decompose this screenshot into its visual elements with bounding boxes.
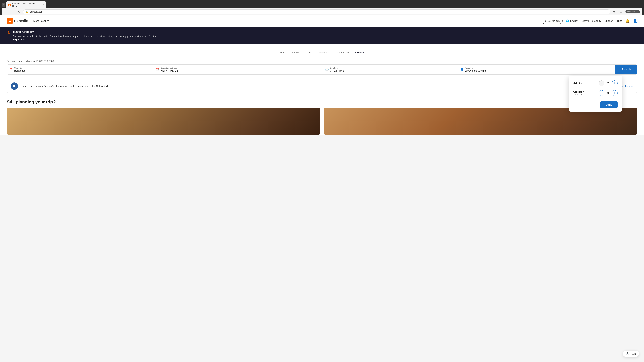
adults-count: 2 xyxy=(606,82,610,85)
more-travel-label: More travel xyxy=(33,19,46,22)
person-icon: 👤 xyxy=(460,68,464,71)
advisory-help-link[interactable]: Help Center xyxy=(13,38,25,41)
advisory-banner: ⚠ Travel Advisory Due to winter weather … xyxy=(0,27,644,44)
adults-decrement-button[interactable]: − xyxy=(599,80,604,86)
refresh-button[interactable]: ↻ xyxy=(17,9,22,14)
children-decrement-button[interactable]: − xyxy=(599,90,604,96)
tab-title: Expedia Travel: Vacation Home... xyxy=(12,2,41,7)
advisory-body: Due to winter weather in the United Stat… xyxy=(13,34,157,38)
search-section: Stays Flights Cars Packages Things to do… xyxy=(0,44,644,80)
location-icon: 📍 xyxy=(9,68,13,71)
children-count: 0 xyxy=(606,91,610,95)
browser-actions: ★ ▤ Incognito (2) xyxy=(612,9,640,14)
advisory-content: Travel Advisory Due to winter weather in… xyxy=(13,30,157,41)
support-link[interactable]: Support xyxy=(604,19,614,22)
new-tab-button[interactable]: + xyxy=(47,2,52,7)
search-button[interactable]: Search xyxy=(616,64,637,74)
children-controls: − 0 + xyxy=(599,90,618,96)
children-label-group: Children Ages 0 to 17 xyxy=(573,90,586,96)
tab-things-to-do[interactable]: Things to do xyxy=(334,49,350,56)
tab-stays[interactable]: Stays xyxy=(279,49,286,56)
more-travel-menu[interactable]: More travel ▼ xyxy=(33,19,49,22)
done-row: Done xyxy=(573,100,618,108)
tab-cruises[interactable]: Cruises xyxy=(354,49,365,56)
going-to-field[interactable]: 📍 Going to Bahamas xyxy=(7,64,154,74)
header-right: ⇓ Get the app 🌐 English List your proper… xyxy=(542,18,637,24)
lock-icon: 🔒 xyxy=(26,10,28,13)
departing-value: Mar 4 – Mar 22 xyxy=(161,69,320,72)
page-content: E Expedia More travel ▼ ⇓ Get the app 🌐 … xyxy=(0,15,644,135)
download-icon: ⇓ xyxy=(544,19,546,22)
advisory-title: Travel Advisory xyxy=(13,30,157,33)
browser-chrome: ▼ E Expedia Travel: Vacation Home... × +… xyxy=(0,0,644,15)
logo-link[interactable]: E Expedia xyxy=(7,18,28,24)
get-app-button[interactable]: ⇓ Get the app xyxy=(542,18,562,24)
destination-cards xyxy=(7,108,637,135)
language-selector[interactable]: 🌐 English xyxy=(566,19,578,22)
logo-icon: E xyxy=(7,18,13,24)
tab-cars[interactable]: Cars xyxy=(305,49,312,56)
onekey-banner: K Lauren, you can earn OneKeyCash on eve… xyxy=(7,80,637,93)
warning-icon: ⚠ xyxy=(7,30,10,35)
destination-card-2[interactable] xyxy=(324,108,637,135)
duration-value: 7 – 14 nights xyxy=(330,69,455,72)
tab-favicon: E xyxy=(8,3,11,6)
globe-icon: 🌐 xyxy=(566,19,569,22)
active-tab[interactable]: E Expedia Travel: Vacation Home... × xyxy=(6,1,46,8)
list-property-label: List your property xyxy=(582,19,601,22)
get-app-label: Get the app xyxy=(548,19,560,22)
children-sublabel: Ages 0 to 17 xyxy=(573,93,586,96)
list-property-link[interactable]: List your property xyxy=(582,19,601,22)
extension-button[interactable]: ▤ xyxy=(619,9,623,14)
chevron-down-icon: ▼ xyxy=(47,19,49,22)
tab-bar: ▼ E Expedia Travel: Vacation Home... × + xyxy=(2,1,642,8)
children-label: Children xyxy=(573,90,586,93)
logo-text: Expedia xyxy=(14,19,28,23)
notifications-button[interactable]: 🔔 xyxy=(626,19,630,23)
tab-close-button[interactable]: × xyxy=(42,3,44,6)
back-button[interactable]: ← xyxy=(4,9,9,14)
adults-label: Adults xyxy=(573,82,582,85)
trips-link[interactable]: Trips xyxy=(617,19,622,22)
traveler-dropdown: Adults − 2 + Children Ages 0 to 17 xyxy=(568,76,622,112)
duration-field[interactable]: 🕐 Duration 7 – 14 nights xyxy=(323,64,458,74)
address-bar-row: ← → ↻ 🔒 expedia.com ★ ▤ Incognito (2) xyxy=(2,8,642,15)
children-row: Children Ages 0 to 17 − 0 + xyxy=(573,90,618,96)
bookmark-button[interactable]: ★ xyxy=(612,9,617,14)
support-label: Support xyxy=(604,19,614,22)
tab-packages[interactable]: Packages xyxy=(317,49,330,56)
planning-title: Still planning your trip? xyxy=(7,99,637,105)
done-button[interactable]: Done xyxy=(600,101,618,108)
travelers-value: 2 travelers, 1 cabin xyxy=(465,69,612,72)
language-label: English xyxy=(570,19,578,22)
tab-group-indicator[interactable]: ▼ xyxy=(2,3,5,6)
address-bar[interactable]: 🔒 expedia.com xyxy=(23,9,610,14)
expert-line: For expert cruise advice, call 1-800-916… xyxy=(7,60,637,62)
planning-section: Still planning your trip? xyxy=(0,96,644,135)
going-to-label: Going to xyxy=(14,67,150,69)
site-header: E Expedia More travel ▼ ⇓ Get the app 🌐 … xyxy=(0,15,644,27)
departing-label: Departing between xyxy=(161,67,320,69)
adults-row: Adults − 2 + xyxy=(573,80,618,86)
onekey-avatar: K xyxy=(10,82,18,90)
search-tabs: Stays Flights Cars Packages Things to do… xyxy=(7,49,637,56)
calendar-icon: 📅 xyxy=(156,68,160,71)
trips-label: Trips xyxy=(617,19,622,22)
clock-icon: 🕐 xyxy=(325,68,329,71)
travelers-label: Travelers xyxy=(465,67,612,69)
search-bar: 📍 Going to Bahamas 📅 Departing between M… xyxy=(7,64,637,75)
incognito-badge: Incognito (2) xyxy=(626,10,640,13)
forward-button[interactable]: → xyxy=(10,9,15,14)
adults-label-group: Adults xyxy=(573,82,582,85)
going-to-value: Bahamas xyxy=(14,69,150,72)
departing-field[interactable]: 📅 Departing between Mar 4 – Mar 22 xyxy=(154,64,323,74)
destination-card-1[interactable] xyxy=(7,108,320,135)
url-text: expedia.com xyxy=(30,10,43,13)
tab-flights[interactable]: Flights xyxy=(292,49,300,56)
adults-increment-button[interactable]: + xyxy=(612,80,618,86)
travelers-field[interactable]: 👤 Travelers 2 travelers, 1 cabin Adults … xyxy=(458,64,616,74)
account-button[interactable]: 👤 xyxy=(633,19,637,23)
duration-label: Duration xyxy=(330,67,455,69)
children-increment-button[interactable]: + xyxy=(612,90,618,96)
onekey-message: Lauren, you can earn OneKeyCash on every… xyxy=(21,85,108,87)
